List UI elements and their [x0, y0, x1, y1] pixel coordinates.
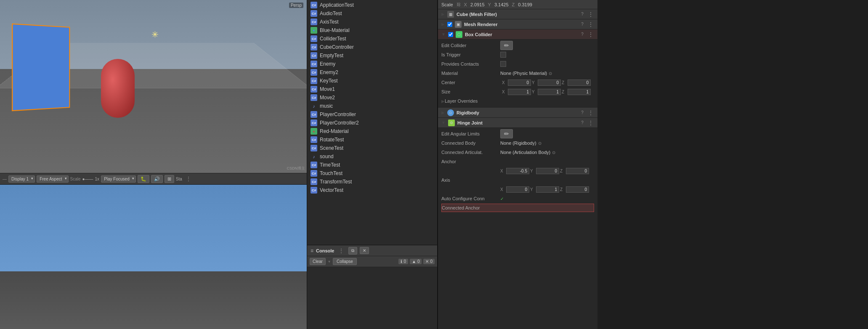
mesh-renderer-header[interactable]: ▶ ▣ Mesh Renderer ? ⋮: [438, 19, 597, 29]
asset-list-item[interactable]: C#TouchTest: [307, 169, 437, 178]
asset-list-item[interactable]: C#PlayerController: [307, 110, 437, 119]
anchor-y-input[interactable]: [536, 168, 559, 174]
asset-list-item[interactable]: C#ApplicationTest: [307, 1, 437, 9]
center-y-input[interactable]: [538, 80, 561, 86]
rigidbody-more[interactable]: ⋮: [587, 109, 594, 116]
mesh-renderer-help[interactable]: ?: [579, 21, 586, 28]
center-z-input[interactable]: [568, 80, 591, 86]
console-more-btn[interactable]: ⋮: [337, 247, 346, 254]
mesh-renderer-title: Mesh Renderer: [464, 22, 576, 27]
box-collider-help[interactable]: ?: [579, 31, 586, 38]
asset-list-item[interactable]: C#Move2: [307, 93, 437, 102]
asset-list-item[interactable]: ♪sound: [307, 152, 437, 161]
mesh-renderer-toggle[interactable]: [447, 22, 452, 27]
material-value: None (Physic Material): [500, 71, 547, 76]
asset-list-item[interactable]: C#RotateTest: [307, 135, 437, 144]
edit-angular-limits-btn[interactable]: ✏: [500, 129, 513, 138]
auto-configure-check[interactable]: ✓: [500, 196, 504, 201]
asset-item-icon: C#: [311, 187, 317, 194]
connected-body-selector[interactable]: ⊙: [538, 141, 542, 146]
mesh-filter-more[interactable]: ⋮: [587, 11, 594, 18]
asset-list-item[interactable]: ♪music: [307, 102, 437, 110]
asset-list-item[interactable]: C#TransformTest: [307, 178, 437, 186]
asset-item-label: music: [320, 103, 333, 109]
mesh-filter-title: Cube (Mesh Filter): [457, 12, 576, 17]
hinge-joint-more[interactable]: ⋮: [587, 119, 594, 126]
audio-icon-btn[interactable]: 🔊: [151, 175, 163, 183]
auto-configure-row: Auto Configure Conn ✓: [441, 194, 594, 203]
clear-dropdown-arrow[interactable]: ▾: [328, 259, 330, 264]
box-collider-header[interactable]: ▼ ⬡ Box Collider ? ⋮: [438, 29, 597, 40]
asset-list-item[interactable]: C#PlayerController2: [307, 119, 437, 127]
play-mode-dropdown[interactable]: Play Focused: [101, 175, 136, 183]
anchor-label: Anchor: [441, 159, 500, 164]
asset-item-icon: C#: [311, 136, 317, 143]
size-label: Size: [441, 89, 500, 94]
console-close-btn[interactable]: ✕: [360, 247, 369, 254]
scale-y-label: Y: [488, 2, 491, 7]
rigidbody-help[interactable]: ?: [579, 109, 586, 116]
mesh-filter-header[interactable]: ▶ ▦ Cube (Mesh Filter) ? ⋮: [438, 9, 597, 19]
game-view[interactable]: [0, 185, 307, 329]
asset-list-item[interactable]: C#TimeTest: [307, 161, 437, 169]
edit-collider-btn[interactable]: ✏: [500, 41, 513, 50]
asset-list-item[interactable]: ●Red-Material: [307, 127, 437, 135]
is-trigger-checkbox[interactable]: [500, 52, 506, 58]
size-x-label: X: [502, 90, 507, 94]
asset-item-label: Blue-Material: [320, 27, 350, 33]
bug-icon-btn[interactable]: 🐛: [138, 175, 149, 183]
asset-list-item[interactable]: C#Enemy: [307, 60, 437, 68]
center-row: Center X Y Z: [441, 78, 594, 87]
aspect-dropdown[interactable]: Free Aspect: [37, 175, 68, 183]
hinge-joint-header[interactable]: ▼ ⚙ Hinge Joint ? ⋮: [438, 118, 597, 128]
asset-item-icon: ●: [311, 27, 317, 34]
hinge-joint-help[interactable]: ?: [579, 119, 586, 126]
asset-list-item[interactable]: C#VectorTest: [307, 186, 437, 194]
is-trigger-label: Is Trigger: [441, 52, 500, 57]
asset-list-item[interactable]: C#SceneTest: [307, 144, 437, 152]
warn-count-badge: ▲ 0: [410, 259, 422, 264]
provides-contacts-checkbox[interactable]: [500, 61, 506, 67]
main-layout: ✳ Persp CSDN博主 — Display 1 Free Aspect S…: [0, 0, 868, 329]
toolbar-more-btn[interactable]: ⋮: [184, 175, 193, 182]
asset-item-label: CubeController: [320, 44, 354, 50]
warn-count: 0: [417, 259, 420, 264]
console-window-btn[interactable]: ⧉: [348, 247, 357, 255]
console-toolbar: ≡ Console ⋮ ⧉ ✕: [307, 245, 437, 256]
asset-list-item[interactable]: C#CubeController: [307, 43, 437, 51]
asset-list-item[interactable]: C#AudioTest: [307, 9, 437, 18]
size-y-input[interactable]: [538, 89, 561, 95]
anchor-z-input[interactable]: [566, 168, 589, 174]
center-x-input[interactable]: [508, 80, 531, 86]
asset-list-item[interactable]: ●Blue-Material: [307, 26, 437, 34]
rigidbody-header[interactable]: ▶ ⊙ Rigidbody ? ⋮: [438, 108, 597, 118]
asset-list-item[interactable]: C#EmptyTest: [307, 51, 437, 60]
connected-articulation-label: Connected Articulat.: [441, 150, 500, 155]
size-x-input[interactable]: [508, 89, 531, 95]
display-dropdown[interactable]: Display 1: [8, 175, 35, 183]
connected-articulation-selector[interactable]: ⊙: [552, 150, 555, 155]
anchor-x-input[interactable]: [506, 168, 529, 174]
material-selector-icon[interactable]: ⊙: [549, 71, 552, 76]
box-collider-more[interactable]: ⋮: [587, 31, 594, 38]
size-z-input[interactable]: [568, 89, 591, 95]
asset-list-item[interactable]: C#ColliderTest: [307, 34, 437, 43]
box-collider-toggle[interactable]: [448, 32, 453, 37]
console-content: [307, 267, 437, 329]
asset-list-item[interactable]: C#KeyTest: [307, 77, 437, 85]
asset-list-item[interactable]: C#Move1: [307, 85, 437, 93]
mesh-filter-icon: ▦: [447, 11, 454, 18]
axis-z-input[interactable]: [566, 186, 589, 193]
grid-icon-btn[interactable]: ⊞: [165, 175, 174, 183]
scene-canvas[interactable]: ✳ Persp CSDN博主: [0, 0, 307, 173]
collapse-btn[interactable]: Collapse: [333, 258, 357, 265]
axis-y-input[interactable]: [536, 186, 559, 193]
asset-list-item[interactable]: C#Enemy2: [307, 68, 437, 77]
asset-list-item[interactable]: C#AxisTest: [307, 18, 437, 26]
mesh-renderer-more[interactable]: ⋮: [587, 21, 594, 28]
hinge-joint-actions: ? ⋮: [579, 119, 594, 126]
clear-btn[interactable]: Clear: [310, 258, 326, 265]
axis-x-input[interactable]: [506, 186, 529, 193]
scale-slider[interactable]: ●——: [82, 177, 93, 181]
mesh-filter-help[interactable]: ?: [579, 11, 586, 18]
